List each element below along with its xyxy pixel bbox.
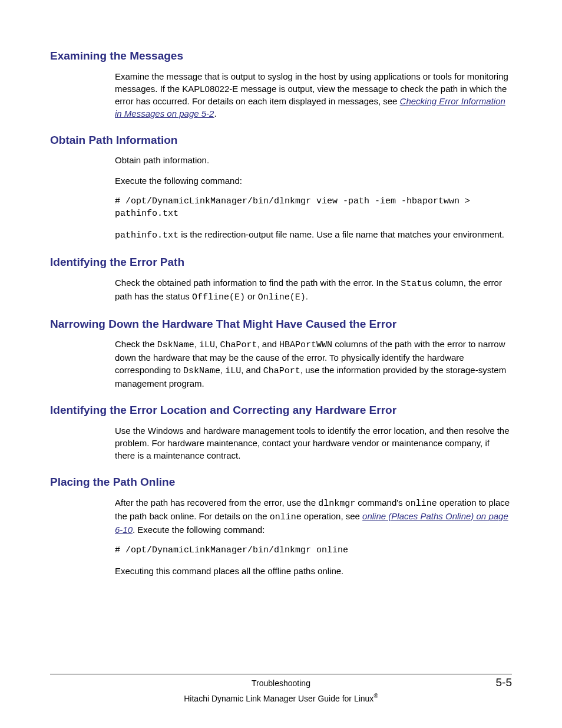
paragraph: Check the DskName, iLU, ChaPort, and HBA… (115, 338, 512, 390)
paragraph: pathinfo.txt is the redirection-output f… (115, 228, 512, 242)
heading-obtain-path-info: Obtain Path Information (50, 133, 512, 149)
code-inline: ChaPort (220, 340, 257, 350)
paragraph: Use the Windows and hardware management … (115, 424, 512, 462)
heading-placing-path-online: Placing the Path Online (50, 475, 512, 490)
paragraph: Executing this command places all the of… (115, 565, 512, 577)
section-identify-loc-body: Use the Windows and hardware management … (115, 424, 512, 462)
code-inline: DskName (183, 366, 220, 376)
section-narrow-body: Check the DskName, iLU, ChaPort, and HBA… (115, 338, 512, 390)
command-block: # /opt/DynamicLinkManager/bin/dlnkmgr on… (115, 544, 512, 556)
page-number: 5-5 (496, 675, 512, 691)
text: . (306, 291, 308, 301)
heading-identifying-error-path: Identifying the Error Path (50, 255, 512, 271)
code-inline: ChaPort (263, 366, 300, 376)
text: After the path has recovered from the er… (115, 498, 318, 508)
registered-mark: ® (373, 693, 378, 699)
text: is the redirection-output file name. Use… (178, 229, 504, 239)
command-block: # /opt/DynamicLinkManager/bin/dlnkmgr vi… (115, 195, 512, 220)
code-inline: online (405, 499, 437, 509)
page-footer: Troubleshooting 5-5 Hitachi Dynamic Link… (50, 674, 512, 704)
text: Check the (115, 339, 157, 349)
code-inline: iLU (199, 340, 215, 350)
paragraph: Obtain path information. (115, 154, 512, 166)
section-identify-path-body: Check the obtained path information to f… (115, 276, 512, 304)
code-inline: iLU (225, 366, 241, 376)
text: command's (355, 498, 405, 508)
footer-book-title: Hitachi Dynamic Link Manager User Guide … (50, 692, 512, 704)
code-inline: DskName (157, 340, 194, 350)
text: . Execute the following command: (133, 525, 265, 535)
paragraph: Execute the following command: (115, 174, 512, 187)
heading-narrowing-down-hardware: Narrowing Down the Hardware That Might H… (50, 317, 512, 332)
paragraph: Check the obtained path information to f… (115, 276, 512, 304)
code-inline: pathinfo.txt (115, 230, 178, 241)
text: , (220, 365, 225, 375)
heading-identifying-error-location: Identifying the Error Location and Corre… (50, 403, 512, 419)
section-examining-body: Examine the message that is output to sy… (115, 70, 512, 120)
heading-examining-messages: Examining the Messages (50, 48, 512, 64)
code-inline: online (270, 512, 302, 522)
code-inline: dlnkmgr (318, 499, 355, 509)
text: , and (257, 339, 279, 349)
text: . (214, 108, 216, 118)
text: or (245, 291, 258, 301)
paragraph: Examine the message that is output to sy… (115, 70, 512, 120)
text: , (194, 339, 199, 349)
paragraph: After the path has recovered from the er… (115, 496, 512, 536)
text: Check the obtained path information to f… (115, 278, 401, 288)
text: operation, see (302, 511, 362, 521)
code-inline: Offline(E) (192, 292, 245, 302)
section-obtain-body: Obtain path information. Execute the fol… (115, 154, 512, 242)
code-inline: Online(E) (258, 292, 306, 302)
text: , and (241, 365, 263, 375)
section-placing-body: After the path has recovered from the er… (115, 496, 512, 577)
code-inline: Status (401, 279, 432, 289)
code-inline: HBAPortWWN (279, 340, 332, 350)
footer-section-name: Troubleshooting (252, 678, 310, 688)
footer-divider (50, 674, 512, 674)
